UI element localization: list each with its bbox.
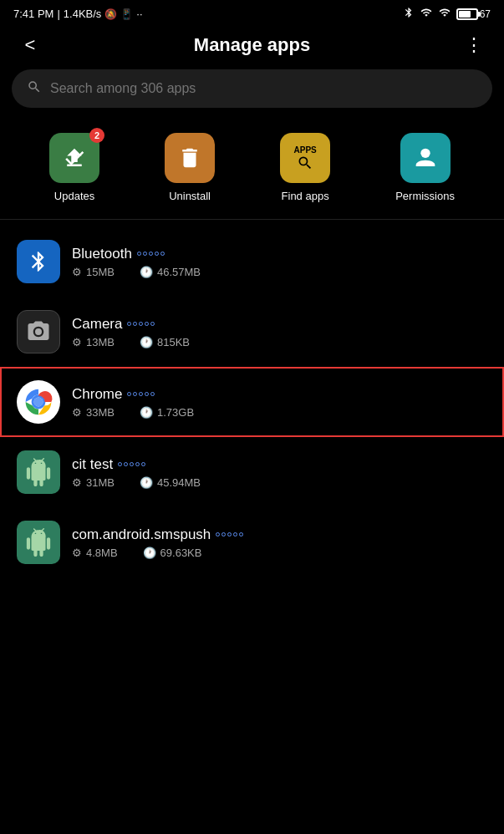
smspush-app-icon [17, 521, 60, 564]
updates-icon: 2 [49, 133, 99, 183]
app-sizes-chrome: ⚙ 33MB 🕐 1.73GB [72, 406, 487, 419]
storage-icon-camera: ⚙ [72, 336, 82, 348]
app-size2-cittest: 45.94MB [157, 476, 201, 489]
loading-indicator-camera [127, 322, 155, 326]
clock-icon-camera: 🕐 [140, 336, 153, 348]
search-input[interactable] [50, 81, 477, 96]
app-sizes-cittest: ⚙ 31MB 🕐 45.94MB [72, 476, 487, 489]
app-sizes-smspush: ⚙ 4.8MB 🕐 69.63KB [72, 547, 487, 559]
app-item-camera[interactable]: Camera ⚙ 13MB 🕐 815KB [0, 297, 504, 367]
app-size1-cittest: 31MB [86, 476, 115, 489]
more-options-button[interactable]: ⋮ [457, 34, 491, 56]
badge-updates: 2 [89, 128, 104, 143]
app-item-cittest[interactable]: cit test ⚙ 31MB 🕐 45.94MB [0, 437, 504, 507]
permissions-icon [400, 133, 451, 183]
app-info-cittest: cit test ⚙ 31MB 🕐 45.94MB [72, 456, 487, 489]
section-divider [0, 219, 504, 220]
storage-icon-cittest: ⚙ [72, 476, 82, 489]
clock-icon-chrome: 🕐 [140, 406, 153, 419]
app-size2-chrome: 1.73GB [157, 406, 194, 419]
quick-action-updates[interactable]: 2 Updates [49, 133, 99, 202]
app-info-chrome: Chrome ⚙ 33MB 🕐 1.73GB [72, 386, 487, 419]
storage-icon-chrome: ⚙ [72, 406, 82, 419]
app-size1-camera: 13MB [86, 336, 115, 348]
whatsapp-icon: 📱 [120, 8, 133, 20]
app-sizes-camera: ⚙ 13MB 🕐 815KB [72, 336, 487, 348]
app-sizes-bluetooth: ⚙ 15MB 🕐 46.57MB [72, 266, 487, 278]
status-left: 7:41 PM | 1.4KB/s 🔕 📱 ·· [13, 8, 143, 20]
uninstall-icon [165, 133, 215, 183]
svg-point-0 [420, 149, 430, 158]
time: 7:41 PM [13, 8, 53, 20]
bluetooth-status-icon [403, 7, 415, 21]
network-text: 1.4KB/s [64, 8, 102, 20]
app-name-chrome: Chrome [72, 386, 122, 403]
cittest-app-icon [17, 450, 60, 494]
loading-indicator-smspush [216, 532, 243, 537]
signal-icon [420, 7, 433, 21]
app-name-camera: Camera [72, 316, 122, 333]
app-item-chrome[interactable]: Chrome ⚙ 33MB 🕐 1.73GB [0, 367, 504, 437]
app-name-smspush: com.android.smspush [72, 526, 211, 543]
quick-action-uninstall[interactable]: Uninstall [165, 133, 215, 202]
quick-action-permissions[interactable]: Permissions [395, 133, 455, 202]
network-speed: | [57, 8, 59, 20]
camera-app-icon [17, 310, 60, 353]
search-icon [27, 79, 42, 98]
quick-actions: 2 Updates Uninstall APPS Find apps [0, 125, 504, 219]
battery-indicator: 67 [456, 8, 491, 20]
app-size1-chrome: 33MB [86, 406, 115, 419]
loading-indicator-cittest [118, 462, 145, 466]
app-size2-bluetooth: 46.57MB [157, 266, 201, 278]
app-item-bluetooth[interactable]: Bluetooth ⚙ 15MB 🕐 46.57MB [0, 226, 504, 297]
permissions-label: Permissions [395, 190, 455, 202]
clock-icon-cittest: 🕐 [140, 476, 153, 489]
loading-indicator-chrome [127, 392, 155, 396]
app-size1-smspush: 4.8MB [86, 547, 118, 559]
status-right: 67 [403, 7, 491, 21]
app-list: Bluetooth ⚙ 15MB 🕐 46.57MB [0, 226, 504, 577]
app-info-bluetooth: Bluetooth ⚙ 15MB 🕐 46.57MB [72, 246, 487, 278]
page-title: Manage apps [47, 34, 457, 56]
app-size1-bluetooth: 15MB [86, 266, 115, 278]
quick-action-findapps[interactable]: APPS Find apps [280, 133, 330, 202]
findapps-label: Find apps [282, 190, 329, 202]
loading-indicator [137, 252, 165, 256]
silent-icon: 🔕 [104, 8, 117, 20]
search-bar[interactable] [12, 69, 492, 108]
app-name-bluetooth: Bluetooth [72, 246, 132, 262]
wifi-icon [438, 7, 451, 21]
status-bar: 7:41 PM | 1.4KB/s 🔕 📱 ·· 67 [0, 0, 504, 24]
chrome-app-icon [17, 380, 60, 424]
storage-icon-smspush: ⚙ [72, 547, 82, 559]
app-item-smspush[interactable]: com.android.smspush ⚙ 4.8MB 🕐 69.63KB [0, 507, 504, 577]
app-info-smspush: com.android.smspush ⚙ 4.8MB 🕐 69.63KB [72, 526, 487, 559]
app-size2-camera: 815KB [157, 336, 190, 348]
app-info-camera: Camera ⚙ 13MB 🕐 815KB [72, 316, 487, 348]
svg-point-5 [34, 398, 43, 407]
dots-icon: ·· [136, 8, 142, 20]
storage-icon: ⚙ [72, 266, 82, 278]
clock-icon: 🕐 [140, 266, 153, 278]
bluetooth-app-icon [17, 240, 60, 283]
clock-icon-smspush: 🕐 [143, 547, 156, 559]
findapps-icon: APPS [280, 133, 330, 183]
updates-label: Updates [54, 190, 94, 202]
app-name-cittest: cit test [72, 456, 113, 473]
back-button[interactable]: < [13, 34, 47, 56]
app-header: < Manage apps ⋮ [0, 24, 504, 69]
app-size2-smspush: 69.63KB [160, 547, 202, 559]
uninstall-label: Uninstall [169, 190, 211, 202]
